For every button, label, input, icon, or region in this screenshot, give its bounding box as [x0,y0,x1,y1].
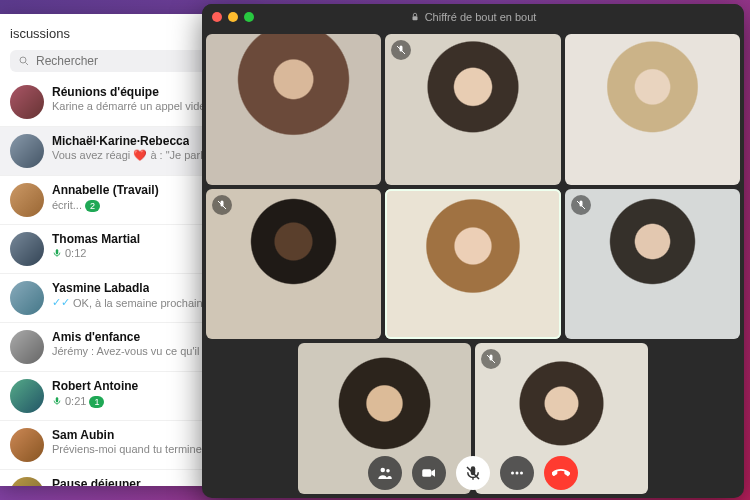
svg-point-21 [520,472,523,475]
avatar [10,330,44,364]
close-icon[interactable] [212,12,222,22]
minimize-icon[interactable] [228,12,238,22]
chat-preview: 0:12 [65,247,86,259]
avatar [10,281,44,315]
svg-rect-5 [412,16,417,20]
avatar [10,134,44,168]
svg-point-20 [516,472,519,475]
chat-name: Yasmine Labadla [52,281,149,295]
participant-tile[interactable] [565,189,740,340]
avatar [10,232,44,266]
chat-name: Réunions d'équipe [52,85,159,99]
more-options-button[interactable] [500,456,534,490]
title-text: Chiffré de bout en bout [202,11,744,23]
muted-icon [391,40,411,60]
svg-rect-16 [422,469,431,477]
svg-rect-3 [56,249,59,254]
svg-point-15 [386,469,390,473]
end-call-button[interactable] [544,456,578,490]
avatar [10,477,44,486]
video-toggle-button[interactable] [412,456,446,490]
mic-icon [52,396,62,406]
call-window: Chiffré de bout en bout [202,4,744,498]
chat-name: Amis d'enfance [52,330,140,344]
search-icon [18,55,30,67]
participant-tile[interactable] [565,34,740,185]
traffic-lights [212,12,254,22]
chat-name: Pause déjeuner [52,477,141,486]
participant-tile[interactable] [206,189,381,340]
chat-preview: 0:21 [65,395,86,407]
muted-icon [571,195,591,215]
chat-preview: OK, à la semaine prochaine [73,297,209,309]
lock-icon [410,12,420,22]
unread-badge: 2 [85,200,100,212]
svg-point-19 [511,472,514,475]
participant-tile[interactable] [206,34,381,185]
participant-tile[interactable] [385,34,560,185]
video-grid [202,30,744,498]
mic-toggle-button[interactable] [456,456,490,490]
muted-icon [481,349,501,369]
unread-badge: 1 [89,396,104,408]
encryption-label: Chiffré de bout en bout [425,11,537,23]
svg-point-2 [20,57,26,63]
titlebar: Chiffré de bout en bout [202,4,744,30]
chat-name: Michaël·Karine·Rebecca [52,134,189,148]
chat-name: Thomas Martial [52,232,140,246]
muted-icon [212,195,232,215]
avatar [10,85,44,119]
svg-rect-4 [56,397,59,402]
zoom-icon[interactable] [244,12,254,22]
participants-button[interactable] [368,456,402,490]
chat-preview: écrit... [52,199,82,211]
avatar [10,428,44,462]
mic-icon [52,248,62,258]
avatar [10,379,44,413]
svg-point-14 [381,468,386,473]
avatar [10,183,44,217]
chat-name: Sam Aubin [52,428,114,442]
chat-name: Annabelle (Travail) [52,183,159,197]
chat-name: Robert Antoine [52,379,138,393]
chat-title: iscussions [10,26,202,41]
read-checks-icon: ✓✓ [52,296,70,309]
participant-tile[interactable] [385,189,560,340]
